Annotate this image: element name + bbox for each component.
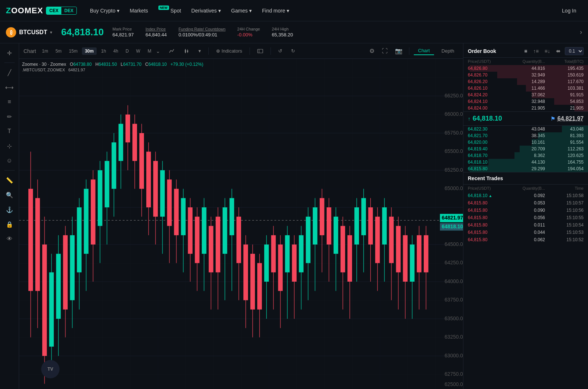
time-4h[interactable]: 4h [110, 47, 121, 55]
fullscreen-btn[interactable]: ⛶ [380, 47, 390, 56]
nav-games[interactable]: Games ▾ [227, 5, 256, 17]
login-button[interactable]: Log In [556, 6, 582, 16]
chart-type-line[interactable] [166, 47, 178, 55]
dex-tab[interactable]: DEX [61, 7, 76, 14]
line-tool[interactable]: ╱ [3, 66, 16, 79]
ob-bid-row[interactable]: 64,820.00 10.161 91.554 [463, 139, 588, 146]
time-1h[interactable]: 1h [98, 47, 109, 55]
chart-tools-sidebar: ✛ ╱ ⟷ ≡ ✏ T ⊹ ☺ 📏 🔍 ⚓ 🔒 👁 [0, 43, 19, 389]
ob-bid-row[interactable]: 64,818.70 8.362 120.625 [463, 152, 588, 159]
ob-bid-row[interactable]: 64,818.10 44.130 164.755 [463, 159, 588, 165]
time-m[interactable]: M [145, 47, 154, 55]
ob-bids: 64,822.30 43.048 43.048 64,821.70 38.345… [463, 126, 588, 172]
ticker-stats: Mark Price 64,821.97 Index Price 64,840.… [112, 27, 293, 38]
chart-type-candle[interactable] [181, 47, 193, 55]
svg-text:65500.00: 65500.00 [445, 148, 463, 154]
rt-trade-row[interactable]: 64,815.80 0.090 15:10:56 [463, 207, 588, 214]
ob-ask-row[interactable]: 64,824.20 37.062 91.915 [463, 92, 588, 98]
svg-rect-124 [389, 217, 394, 263]
high-label: 24H High [272, 27, 293, 31]
eye-tool[interactable]: 👁 [3, 232, 16, 246]
svg-rect-62 [174, 189, 179, 235]
rt-trade-row[interactable]: 64,815.80 0.062 15:10:52 [463, 236, 588, 243]
nav-find-more[interactable]: Find more ▾ [258, 5, 294, 17]
ob-ask-row[interactable]: 64,826.10 11.466 103.381 [463, 85, 588, 92]
template-btn[interactable] [254, 48, 266, 54]
measure-tool[interactable]: ⊹ [3, 139, 16, 153]
ob-size-select[interactable]: 0.1 0.5 1 [565, 47, 584, 55]
rt-trade-row[interactable]: 64,815.80 0.011 15:10:54 [463, 221, 588, 229]
redo-btn[interactable]: ↻ [288, 47, 298, 55]
rt-trade-row[interactable]: 64,815.80 0.056 15:10:55 [463, 214, 588, 221]
zoom-tool[interactable]: 🔍 [3, 188, 16, 201]
svg-text:64250.00: 64250.00 [445, 260, 463, 265]
svg-rect-76 [223, 207, 227, 254]
ob-ask-row[interactable]: 64,824.00 21.905 21.905 [463, 105, 588, 111]
svg-rect-72 [209, 226, 214, 272]
rt-trade-row[interactable]: 64,815.80 0.053 15:10:57 [463, 199, 588, 207]
undo-btn[interactable]: ↺ [275, 47, 285, 55]
logo[interactable]: ZOOMEX CEX DEX [6, 6, 77, 15]
lock-tool[interactable]: 🔒 [3, 218, 16, 231]
time-dropdown[interactable]: ⌄ [156, 48, 160, 54]
nav-markets[interactable]: Markets [125, 5, 153, 17]
time-15m[interactable]: 15m [66, 47, 80, 55]
chart-tab-chart[interactable]: Chart [414, 47, 434, 55]
svg-rect-126 [396, 226, 401, 272]
horizontal-line-tool[interactable]: ⟷ [3, 81, 16, 94]
chart-tab-depth[interactable]: Depth [437, 47, 459, 55]
cex-dex-toggle[interactable]: CEX DEX [46, 7, 76, 15]
svg-rect-118 [368, 207, 373, 245]
svg-rect-100 [306, 217, 311, 263]
anchor-tool[interactable]: ⚓ [3, 203, 16, 216]
ob-col-qty-header: Quantity(B... [506, 59, 545, 64]
chart-canvas[interactable]: Zoomex · 30 · Zoomex O64738.80 H64831.50… [19, 59, 463, 389]
svg-rect-108 [334, 217, 338, 254]
funding-rate-label[interactable]: Funding Rate/ Countdown [179, 27, 226, 31]
svg-rect-116 [361, 198, 366, 235]
time-w[interactable]: W [133, 47, 143, 55]
tradingview-watermark[interactable]: TV [41, 360, 60, 378]
svg-rect-34 [77, 207, 82, 272]
main-layout: ✛ ╱ ⟷ ≡ ✏ T ⊹ ☺ 📏 🔍 ⚓ 🔒 👁 Chart 1m 5m 15… [0, 43, 588, 389]
nav-derivatives[interactable]: Derivatives ▾ [187, 5, 225, 17]
svg-rect-50 [132, 124, 137, 161]
ob-ask-row[interactable]: 64,824.10 32.948 54.853 [463, 98, 588, 105]
nav-spot[interactable]: NEW Spot [154, 5, 186, 17]
time-5m[interactable]: 5m [53, 47, 65, 55]
rt-trade-row[interactable]: 64,818.10▲ 0.092 15:10:58 [463, 192, 588, 199]
ob-bid-row[interactable]: 64,815.80 29.299 194.054 [463, 165, 588, 172]
ob-bid-row[interactable]: 64,821.70 38.345 81.393 [463, 132, 588, 139]
ob-filter-asks[interactable]: ↑≡ [532, 47, 540, 55]
ob-ask-row[interactable]: 64,826.80 44.816 195.435 [463, 65, 588, 72]
ob-ask-row[interactable]: 64,826.20 14.289 117.670 [463, 78, 588, 85]
svg-rect-44 [112, 142, 116, 189]
time-30m[interactable]: 30m [82, 47, 97, 55]
svg-rect-20 [28, 189, 33, 291]
rt-trade-row[interactable]: 64,815.80 0.044 15:10:53 [463, 229, 588, 236]
ob-bid-row[interactable]: 64,822.30 43.048 43.048 [463, 126, 588, 132]
crosshair-tool[interactable]: ✛ [3, 46, 16, 60]
ob-ask-row[interactable]: 64,826.70 32.949 150.619 [463, 72, 588, 78]
nav-buy-crypto[interactable]: Buy Crypto ▾ [86, 5, 124, 17]
channel-tool[interactable]: ≡ [3, 95, 16, 108]
symbol-selector[interactable]: ₿ BTCUSDT ▾ [6, 27, 52, 38]
ruler-tool[interactable]: 📏 [3, 174, 16, 187]
cex-tab[interactable]: CEX [46, 7, 61, 14]
ob-filter-all[interactable]: ≡ [523, 47, 528, 55]
settings-btn[interactable]: ⚙ [367, 46, 377, 56]
text-tool[interactable]: T [3, 125, 16, 138]
screenshot-btn[interactable]: 📷 [393, 46, 405, 56]
index-price-label: Index Price [146, 27, 167, 31]
ob-filter-bids[interactable]: ≡↓ [543, 47, 552, 55]
time-d[interactable]: D [123, 47, 132, 55]
brush-tool[interactable]: ✏ [3, 110, 16, 123]
time-1m[interactable]: 1m [39, 47, 51, 55]
chart-type-dropdown[interactable]: ▾ [196, 47, 204, 55]
emoji-tool[interactable]: ☺ [3, 154, 16, 167]
indicators-btn[interactable]: ⊕ Indicators [213, 47, 245, 55]
ob-filter-merge[interactable]: ⬌ [555, 47, 562, 55]
ticker-expand-arrow[interactable]: › [580, 28, 582, 36]
ob-bid-row[interactable]: 64,819.40 20.709 112.263 [463, 146, 588, 152]
svg-rect-134 [424, 235, 429, 272]
